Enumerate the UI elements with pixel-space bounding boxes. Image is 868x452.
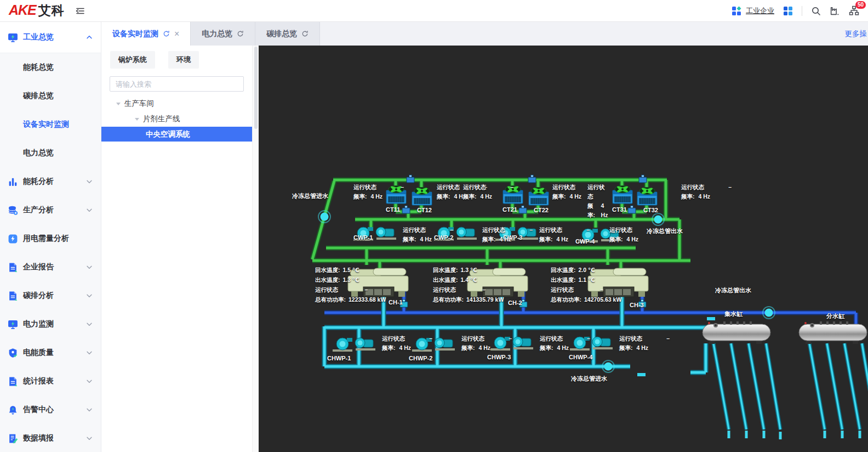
tree-node-tablet-line[interactable]: 片剂生产线 — [101, 111, 252, 127]
sidebar-item-production-analysis[interactable]: 生产分析 — [0, 196, 101, 224]
close-tab-icon[interactable]: × — [174, 30, 179, 38]
status-block-ct21: 运行状态– 频率:4 Hz — [463, 183, 513, 201]
sidebar-item-label: 电力总览 — [23, 148, 54, 158]
status-value: – — [728, 183, 732, 192]
tab-device-monitor[interactable]: 设备实时监测 × — [101, 22, 191, 46]
power-label: 总有功功率: — [551, 295, 581, 304]
power-label: 总有功功率: — [433, 295, 464, 304]
status-block-ct32: 运行状态– 频率:4 Hz — [681, 183, 732, 201]
status-value: – — [600, 285, 603, 295]
sidebar-item-carbon-analysis[interactable]: 碳排分析 — [0, 281, 101, 310]
enterprise-apps-grid-icon[interactable] — [732, 6, 741, 16]
sidebar-item-label: 能耗分析 — [23, 177, 54, 187]
tab-label: 电力总览 — [202, 29, 232, 39]
sidebar-item-statistical-reports[interactable]: 统计报表 — [0, 367, 101, 396]
sidebar-item-label: 企业报告 — [23, 262, 54, 272]
tab-label: 设备实时监测 — [112, 29, 158, 39]
scrollbar[interactable] — [252, 46, 259, 452]
equipment-id: CT31 — [612, 206, 627, 213]
more-actions-link[interactable]: 更多操 — [845, 22, 867, 46]
sidebar-item-energy-analysis[interactable]: 能耗分析 — [0, 167, 101, 196]
device-tree: 生产车间 片剂生产线 中央空调系统 — [101, 96, 252, 142]
status-label: 运行状态 — [463, 183, 486, 192]
caret-down-icon — [116, 103, 121, 105]
equipment-id: CHWP-1 — [327, 355, 351, 361]
enterprise-link[interactable]: 工业企业 — [746, 6, 774, 16]
system-chips: 锅炉系统 环境 — [101, 46, 252, 72]
search-icon[interactable] — [811, 6, 821, 16]
pump-chwp-1[interactable]: CHWP-1 — [332, 333, 378, 356]
status-label: 运行状态 — [551, 285, 574, 295]
freq-value: 4 Hz — [601, 201, 609, 220]
tank-pipe-stubs — [729, 431, 860, 439]
tank-icon — [701, 320, 772, 346]
tab-carbon-overview[interactable]: 碳排总览 — [255, 22, 320, 46]
sidebar-item-industry-overview[interactable]: 工业总览 — [0, 22, 101, 53]
scrollbar-thumb[interactable] — [254, 47, 258, 129]
freq-label: 频率: — [437, 192, 450, 201]
supply-temp-value: 1.1 ℃ — [579, 275, 595, 285]
brand-logo-text: 艾科 — [38, 2, 65, 19]
device-tree-panel: 锅炉系统 环境 生产车间 片剂生产线 中央空调系统 — [101, 46, 252, 452]
equipment-id: CT32 — [643, 207, 658, 213]
sidebar-item-energy-overview[interactable]: 能耗总览 — [0, 53, 101, 82]
freq-label: 频率: — [539, 235, 553, 244]
status-value: – — [429, 334, 432, 343]
cooling-tower-ct22[interactable]: CT22 — [526, 184, 551, 210]
status-label: 运行状态 — [482, 225, 505, 235]
notification-badge: 50 — [855, 1, 866, 9]
search-input[interactable] — [110, 76, 244, 92]
chip-environment[interactable]: 环境 — [168, 51, 199, 69]
freq-value: 4 Hz — [557, 235, 569, 244]
pump-cwp-1[interactable]: CWP-1 — [352, 222, 398, 245]
refresh-icon[interactable] — [301, 30, 309, 37]
header-divider — [802, 6, 802, 16]
freq-label: 频率: — [382, 343, 396, 353]
monitor-icon — [8, 319, 18, 330]
refresh-icon[interactable] — [237, 30, 244, 37]
factory-icon[interactable] — [830, 5, 840, 16]
pipe-marker — [637, 373, 646, 376]
cooling-tower-icon — [526, 184, 551, 207]
collector-tank-label: 集水缸 — [724, 310, 743, 318]
tree-node-hvac-selected[interactable]: 中央空调系统 — [101, 127, 252, 142]
document-icon — [8, 376, 18, 387]
freq-value: 4 Hz — [637, 343, 649, 353]
cooling-tower-ct32[interactable]: CT32 — [635, 184, 660, 210]
sidebar-item-alarm-center[interactable]: 告警中心 — [0, 396, 101, 424]
org-chart-icon[interactable]: 50 — [849, 5, 859, 16]
sidebar-item-power-quality[interactable]: 电能质量 — [0, 338, 101, 367]
status-label: 运行状态 — [382, 334, 405, 343]
status-block-chwp4: 运行状态– 频率:4 Hz — [619, 334, 670, 353]
refresh-icon[interactable] — [163, 30, 170, 37]
tab-power-overview[interactable]: 电力总览 — [191, 22, 255, 46]
collector-tank[interactable] — [701, 320, 772, 348]
tank-pipes-outer — [713, 343, 868, 430]
sidebar-item-power-monitoring[interactable]: 电力监测 — [0, 310, 101, 338]
freq-label: 频率: — [681, 192, 695, 201]
cooling-tower-icon — [635, 184, 660, 207]
sidebar-item-device-monitor[interactable]: 设备实时监测 — [0, 110, 101, 139]
sidebar-item-power-demand-analysis[interactable]: 用电需量分析 — [0, 224, 101, 253]
modules-grid-icon[interactable] — [783, 6, 793, 16]
sidebar-item-label: 能耗总览 — [23, 63, 54, 72]
shield-icon — [8, 348, 18, 358]
status-block-chwp3: 运行状态– 频率:4 Hz — [540, 334, 590, 353]
collapse-sidebar-icon[interactable] — [75, 5, 85, 16]
sidebar-item-data-entry[interactable]: 数据填报 — [0, 424, 101, 452]
sidebar-item-power-overview[interactable]: 电力总览 — [0, 139, 101, 167]
cooling-tower-ct12[interactable]: CT12 — [409, 184, 435, 210]
tree-node-workshop[interactable]: 生产车间 — [101, 96, 252, 111]
bar-chart-icon — [8, 177, 18, 187]
chip-boiler-system[interactable]: 锅炉系统 — [110, 51, 155, 69]
sidebar-item-enterprise-report[interactable]: 企业报告 — [0, 253, 101, 281]
status-block-ct11: 运行状态– 频率:4 Hz — [353, 183, 404, 201]
cooling-tower-ct31[interactable]: CT31 — [610, 183, 635, 208]
freq-value: 4 Hz — [557, 343, 569, 353]
sidebar-item-carbon-overview[interactable]: 碳排总览 — [0, 82, 101, 110]
distributor-tank[interactable] — [798, 320, 868, 348]
chiller-data-ch1: 回水温度:1.5 ℃ 出水温度:1.3 ℃ 运行状态– 总有功功率:122333… — [315, 265, 396, 304]
scada-canvas: CT11 CT12 CT21 CT22 CT31 CT32 运行状态– 频率:4… — [259, 46, 868, 452]
status-label: 运行状态 — [552, 183, 575, 192]
power-value: 142705.63 kW — [584, 295, 621, 304]
